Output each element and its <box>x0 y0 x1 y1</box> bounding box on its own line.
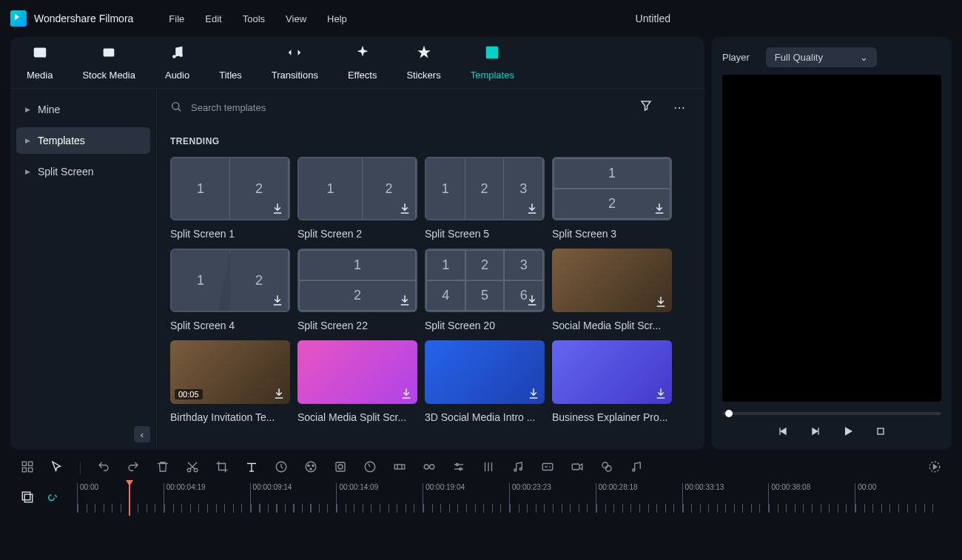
download-icon[interactable] <box>400 387 413 400</box>
speed-button[interactable] <box>275 460 288 476</box>
svg-rect-57 <box>572 464 579 470</box>
download-icon[interactable] <box>525 202 539 215</box>
template-3d-social-media-intro-[interactable]: 3D Social Media Intro ... <box>425 340 545 423</box>
record-button[interactable] <box>571 460 584 476</box>
template-split-screen-3[interactable]: 12Split Screen 3 <box>552 157 672 240</box>
magnet-button[interactable] <box>46 490 59 506</box>
template-label: Birthday Invitation Te... <box>170 411 290 423</box>
tab-stickers[interactable]: Stickers <box>406 44 440 88</box>
prev-keyframe-button[interactable] <box>777 425 789 439</box>
select-tool-button[interactable] <box>50 460 64 476</box>
speedometer-button[interactable] <box>363 460 377 476</box>
filter-button[interactable] <box>633 96 659 118</box>
sidebar-item-label: Templates <box>38 135 85 146</box>
download-icon[interactable] <box>654 387 667 400</box>
subtitle-button[interactable] <box>541 460 554 476</box>
tab-media[interactable]: Media <box>27 44 53 88</box>
svg-line-39 <box>369 464 370 467</box>
section-heading: TRENDING <box>170 136 691 146</box>
music-button[interactable] <box>511 460 525 476</box>
template-label: Social Media Split Scr... <box>297 411 417 423</box>
quality-dropdown[interactable]: Full Quality ⌄ <box>766 47 877 67</box>
template-social-media-split-scr-[interactable]: Social Media Split Scr... <box>552 249 672 331</box>
sidebar-item-mine[interactable]: ▶Mine <box>16 96 150 123</box>
menu-view[interactable]: View <box>286 13 306 24</box>
progress-handle[interactable] <box>725 410 733 417</box>
link-button[interactable] <box>423 460 436 476</box>
svg-rect-23 <box>29 468 33 472</box>
download-icon[interactable] <box>398 294 411 307</box>
svg-point-35 <box>310 468 312 470</box>
menubar: File Edit Tools View Help <box>169 13 346 24</box>
template-split-screen-1[interactable]: 12Split Screen 1 <box>170 157 290 240</box>
template-business-explainer-pro-[interactable]: Business Explainer Pro... <box>552 340 672 423</box>
download-icon[interactable] <box>272 387 286 400</box>
menu-help[interactable]: Help <box>327 13 347 24</box>
template-birthday-invitation-te-[interactable]: 00:05Birthday Invitation Te... <box>170 340 290 423</box>
timeline-ruler[interactable]: 00:0000:00:04:1900:00:09:1400:00:14:0900… <box>77 483 941 513</box>
template-social-media-split-scr-[interactable]: Social Media Split Scr... <box>297 340 417 423</box>
more-button[interactable]: ⋯ <box>667 98 691 118</box>
tab-effects[interactable]: Effects <box>348 44 377 88</box>
svg-marker-62 <box>934 465 938 469</box>
svg-point-59 <box>606 466 612 472</box>
template-label: Social Media Split Scr... <box>552 320 672 331</box>
svg-rect-36 <box>336 462 345 471</box>
download-icon[interactable] <box>271 294 284 307</box>
next-frame-button[interactable] <box>810 425 821 439</box>
sidebar-item-templates[interactable]: ▶Templates <box>16 127 150 154</box>
download-icon[interactable] <box>653 202 666 215</box>
svg-point-33 <box>308 465 309 466</box>
tab-transitions[interactable]: Transitions <box>272 44 318 88</box>
layout-button[interactable] <box>21 460 34 476</box>
download-icon[interactable] <box>271 202 284 215</box>
menu-file[interactable]: File <box>169 13 184 24</box>
download-icon[interactable] <box>527 387 540 400</box>
tab-templates[interactable]: Templates <box>471 44 514 88</box>
undo-button[interactable] <box>97 460 110 476</box>
tab-stock-media[interactable]: Stock Media <box>82 44 135 88</box>
template-split-screen-20[interactable]: 123456Split Screen 20 <box>425 249 545 331</box>
sidebar-collapse-button[interactable]: ‹ <box>134 426 150 442</box>
tab-label: Transitions <box>272 70 318 81</box>
tab-audio[interactable]: Audio <box>165 44 189 88</box>
download-icon[interactable] <box>398 202 411 215</box>
menu-tools[interactable]: Tools <box>243 13 265 24</box>
chromakey-button[interactable] <box>600 460 613 476</box>
adjust-button[interactable] <box>452 460 465 476</box>
delete-button[interactable] <box>156 460 169 476</box>
playhead[interactable] <box>129 480 130 516</box>
render-button[interactable] <box>928 460 941 476</box>
template-label: Split Screen 2 <box>297 228 417 240</box>
menu-edit[interactable]: Edit <box>205 13 221 24</box>
cut-button[interactable] <box>186 460 199 476</box>
search-input[interactable]: Search templates <box>170 101 625 115</box>
text-icon <box>223 44 239 65</box>
template-split-screen-5[interactable]: 123Split Screen 5 <box>425 157 545 240</box>
download-icon[interactable] <box>525 294 539 307</box>
add-track-button[interactable] <box>21 490 34 506</box>
project-title: Untitled <box>636 13 670 24</box>
svg-rect-20 <box>22 462 26 465</box>
timeline-tick: 00:00:04:19 <box>164 483 250 513</box>
template-split-screen-2[interactable]: 12Split Screen 2 <box>297 157 417 240</box>
mask-button[interactable] <box>334 460 347 476</box>
crop-button[interactable] <box>215 460 229 476</box>
tab-label: Media <box>27 70 53 81</box>
download-icon[interactable] <box>654 295 667 308</box>
sidebar-item-split-screen[interactable]: ▶Split Screen <box>16 158 150 185</box>
tab-titles[interactable]: Titles <box>219 44 242 88</box>
svg-point-60 <box>633 469 635 471</box>
text-tool-button[interactable] <box>245 460 258 476</box>
template-split-screen-4[interactable]: 12Split Screen 4 <box>170 249 290 331</box>
redo-button[interactable] <box>127 460 140 476</box>
equalizer-button[interactable] <box>482 460 495 476</box>
stop-button[interactable] <box>875 425 887 439</box>
play-button[interactable] <box>842 425 854 439</box>
color-button[interactable] <box>304 460 317 476</box>
audio-sync-button[interactable] <box>630 460 643 476</box>
progress-slider[interactable] <box>722 412 941 415</box>
keyframe-button[interactable] <box>393 460 406 476</box>
template-split-screen-22[interactable]: 12Split Screen 22 <box>297 249 417 331</box>
sidebar-item-label: Split Screen <box>38 166 93 178</box>
